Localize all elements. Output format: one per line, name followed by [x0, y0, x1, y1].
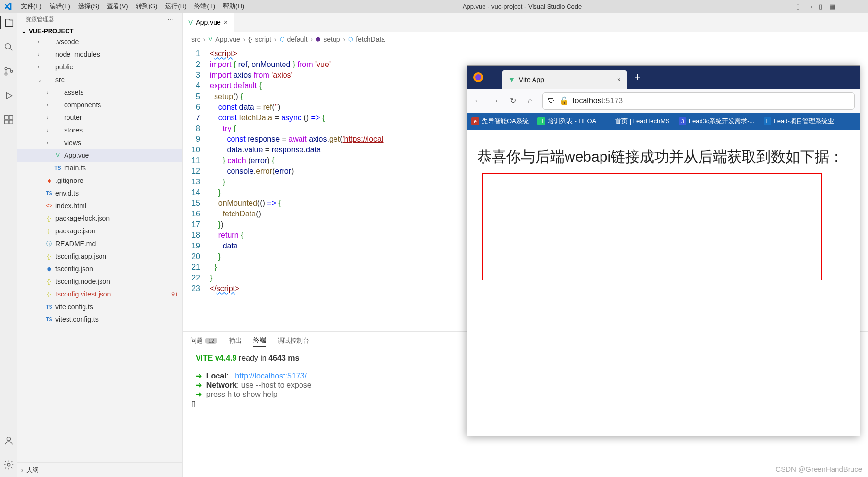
- folder-item[interactable]: ›router: [17, 111, 182, 124]
- file-item[interactable]: ⬢tsconfig.json: [17, 263, 182, 275]
- lock-icon[interactable]: 🔓: [559, 96, 569, 105]
- svg-point-2: [5, 73, 7, 75]
- forward-button[interactable]: →: [490, 96, 501, 106]
- page-heading: 恭喜你与后端webapi链接成功并从后端获取到数如下据：: [477, 145, 850, 168]
- svg-point-8: [7, 437, 10, 441]
- breadcrumb-item[interactable]: default: [287, 35, 308, 43]
- file-item[interactable]: <>index.html: [17, 199, 182, 212]
- bookmark-item[interactable]: e先导智能OA系统: [471, 117, 529, 126]
- browser-tab[interactable]: ▼ Vite App ×: [502, 70, 627, 89]
- address-bar[interactable]: 🛡 🔓 localhost:5173: [542, 92, 855, 110]
- toggle-sidebar-icon[interactable]: ▯: [796, 3, 800, 10]
- back-button[interactable]: ←: [472, 96, 483, 106]
- close-icon[interactable]: ×: [224, 18, 228, 26]
- outline-section[interactable]: › 大纲: [17, 462, 182, 477]
- file-item[interactable]: {}package.json: [17, 225, 182, 237]
- outline-label: 大纲: [26, 466, 39, 475]
- breadcrumb-item[interactable]: src: [191, 35, 200, 43]
- folder-item[interactable]: ›.vscode: [17, 35, 182, 48]
- menu-select[interactable]: 选择(S): [74, 2, 103, 11]
- file-item[interactable]: {}package-lock.json: [17, 212, 182, 225]
- bookmark-item[interactable]: 3Lead3c系统开发需求-...: [679, 117, 755, 126]
- page-content: 恭喜你与后端webapi链接成功并从后端获取到数如下据：: [467, 130, 860, 436]
- file-item[interactable]: {}tsconfig.vitest.json9+: [17, 288, 182, 300]
- svg-rect-5: [5, 120, 8, 124]
- tab-app-vue[interactable]: V App.vue ×: [183, 13, 234, 32]
- toggle-panel-icon[interactable]: ▭: [806, 3, 812, 10]
- tab-debug-console[interactable]: 调试控制台: [278, 336, 309, 347]
- menu-help[interactable]: 帮助(H): [219, 2, 248, 11]
- more-icon[interactable]: ···: [168, 16, 174, 23]
- file-item[interactable]: ⓘREADME.md: [17, 237, 182, 250]
- browser-window: ▼ Vite App × + ← → ↻ ⌂ 🛡 🔓 localhost:517…: [467, 65, 860, 436]
- chevron-down-icon: ⌄: [21, 27, 27, 34]
- breadcrumb-item[interactable]: fetchData: [356, 35, 385, 43]
- folder-item[interactable]: ›node_modules: [17, 48, 182, 61]
- breadcrumbs[interactable]: src› VApp.vue› {}script› ⬡default› ⬢setu…: [183, 32, 868, 47]
- explorer-title: 资源管理器: [25, 16, 168, 24]
- watermark: CSDN @GreenHandBruce: [775, 465, 862, 473]
- menu-view[interactable]: 查看(V): [103, 2, 132, 11]
- explorer-icon[interactable]: [0, 16, 17, 29]
- breadcrumb-item[interactable]: setup: [323, 35, 340, 43]
- source-control-icon[interactable]: [2, 65, 15, 78]
- data-output-box: [482, 173, 822, 280]
- toggle-right-icon[interactable]: ▯: [819, 3, 822, 10]
- svg-rect-4: [5, 116, 8, 119]
- menu-edit[interactable]: 编辑(E): [46, 2, 74, 11]
- browser-toolbar: ← → ↻ ⌂ 🛡 🔓 localhost:5173: [467, 89, 860, 113]
- file-item[interactable]: TSenv.d.ts: [17, 187, 182, 199]
- new-tab-button[interactable]: +: [631, 71, 645, 83]
- braces-icon: {}: [248, 36, 252, 43]
- folder-item[interactable]: ›components: [17, 99, 182, 111]
- svg-point-3: [10, 70, 13, 73]
- menu-terminal[interactable]: 终端(T): [190, 2, 219, 11]
- folder-item[interactable]: ›public: [17, 61, 182, 73]
- menu-file[interactable]: 文件(F): [17, 2, 46, 11]
- breadcrumb-item[interactable]: App.vue: [215, 35, 240, 43]
- tab-output[interactable]: 输出: [229, 336, 242, 347]
- tab-label: App.vue: [196, 18, 220, 26]
- svg-point-0: [5, 44, 11, 49]
- customize-layout-icon[interactable]: ▦: [829, 3, 835, 10]
- menu-goto[interactable]: 转到(G): [132, 2, 162, 11]
- project-header[interactable]: ⌄ VUE-PROJECT: [17, 26, 182, 35]
- project-name: VUE-PROJECT: [29, 27, 73, 34]
- bookmark-item[interactable]: H培训列表 - HEOA: [537, 117, 596, 126]
- tab-terminal[interactable]: 终端: [253, 336, 266, 347]
- breadcrumb-item[interactable]: script: [255, 35, 271, 43]
- folder-item[interactable]: ›assets: [17, 86, 182, 99]
- reload-button[interactable]: ↻: [507, 96, 518, 106]
- browser-tab-strip: ▼ Vite App × +: [467, 66, 860, 89]
- file-item[interactable]: TSvitest.config.ts: [17, 313, 182, 326]
- menu-run[interactable]: 运行(R): [161, 2, 190, 11]
- window-title: App.vue - vue-project - Visual Studio Co…: [248, 3, 796, 10]
- file-item[interactable]: TSvite.config.ts: [17, 300, 182, 313]
- bookmark-item[interactable]: 首页 | LeadTechMS: [605, 117, 669, 126]
- file-item[interactable]: {}tsconfig.app.json: [17, 250, 182, 263]
- bookmark-item[interactable]: LLead-项目管理系统业: [764, 117, 834, 126]
- run-debug-icon[interactable]: [2, 89, 15, 102]
- home-button[interactable]: ⌂: [525, 96, 535, 106]
- extensions-icon[interactable]: [2, 114, 15, 126]
- bookmark-bar: e先导智能OA系统 H培训列表 - HEOA 首页 | LeadTechMS 3…: [467, 113, 860, 130]
- close-icon[interactable]: ×: [617, 76, 621, 83]
- shield-icon[interactable]: 🛡: [548, 97, 555, 105]
- search-icon[interactable]: [2, 41, 15, 53]
- svg-point-1: [5, 67, 7, 70]
- firefox-logo-icon[interactable]: [471, 70, 485, 84]
- file-item[interactable]: {}tsconfig.node.json: [17, 275, 182, 288]
- file-item[interactable]: ◆.gitignore: [17, 174, 182, 187]
- svg-point-11: [475, 74, 481, 80]
- gear-icon[interactable]: [2, 459, 15, 471]
- folder-item[interactable]: ›views: [17, 136, 182, 149]
- vue-favicon-icon: ▼: [508, 76, 515, 83]
- file-item[interactable]: TSmain.ts: [17, 162, 182, 174]
- window-minimize-icon[interactable]: —: [850, 3, 866, 10]
- folder-item[interactable]: ›stores: [17, 124, 182, 136]
- account-icon[interactable]: [2, 434, 15, 447]
- file-item[interactable]: VApp.vue: [17, 149, 182, 162]
- folder-item[interactable]: ⌄src: [17, 73, 182, 86]
- svg-point-9: [7, 463, 10, 466]
- tab-problems[interactable]: 问题12: [190, 336, 217, 347]
